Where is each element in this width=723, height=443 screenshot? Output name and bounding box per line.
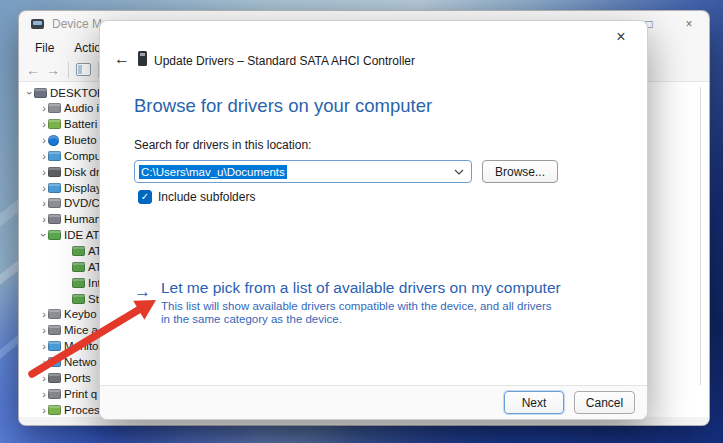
driver-device-icon xyxy=(138,51,147,66)
close-button[interactable]: × xyxy=(669,11,709,37)
tree-item-label: Human xyxy=(64,213,101,225)
chip-icon xyxy=(72,262,85,272)
include-subfolders-label: Include subfolders xyxy=(158,190,255,204)
tree-item-label: DVD/C xyxy=(64,197,100,209)
disk-drive-icon xyxy=(48,167,61,177)
ide-controller-icon xyxy=(48,230,61,240)
mouse-icon xyxy=(48,325,61,335)
keyboard-icon xyxy=(48,309,61,319)
display-adapter-icon xyxy=(48,183,61,193)
update-drivers-dialog: × ← Update Drivers – Standard SATA AHCI … xyxy=(99,20,648,420)
tree-item-label: Monito xyxy=(64,340,99,352)
processor-icon xyxy=(48,405,61,415)
tree-item-label: Blueto xyxy=(64,134,97,146)
back-toolbar-icon[interactable]: ← xyxy=(25,62,41,78)
monitor-icon xyxy=(48,341,61,351)
let-me-pick-description: This list will show available drivers co… xyxy=(161,300,561,326)
tree-item-label: Ports xyxy=(64,372,91,384)
tree-item-label: Print q xyxy=(64,388,97,400)
printer-icon xyxy=(48,389,61,399)
ports-icon xyxy=(48,373,61,383)
location-combobox[interactable]: C:\Users\mav_u\Documents xyxy=(134,160,472,183)
bluetooth-icon xyxy=(48,135,59,146)
let-me-pick-label: Let me pick from a list of available dri… xyxy=(161,279,561,297)
dialog-footer: Next Cancel xyxy=(100,385,647,419)
include-subfolders-checkbox[interactable]: ✓ xyxy=(138,190,152,204)
browse-button[interactable]: Browse... xyxy=(482,160,558,183)
arrow-right-icon: → xyxy=(134,282,151,302)
dialog-title: Update Drivers – Standard SATA AHCI Cont… xyxy=(154,54,415,68)
dialog-back-icon[interactable]: ← xyxy=(108,47,136,71)
console-tree-toolbar-icon[interactable] xyxy=(76,63,91,76)
device-manager-app-icon xyxy=(31,19,44,29)
tree-item-label: Compu xyxy=(64,150,101,162)
tree-item-label: DESKTOP xyxy=(50,87,105,99)
computer-monitor-icon xyxy=(48,151,61,161)
search-location-label: Search for drivers in this location: xyxy=(134,138,311,152)
tree-item-label: IDE AT xyxy=(64,229,100,241)
chip-icon xyxy=(72,294,85,304)
chip-icon xyxy=(72,246,85,256)
network-adapter-icon xyxy=(48,357,61,367)
tree-item-label: Netwo xyxy=(64,356,97,368)
speaker-icon xyxy=(48,103,61,113)
chevron-down-icon xyxy=(454,169,464,175)
computer-icon xyxy=(34,88,47,98)
menu-file[interactable]: File xyxy=(27,39,62,57)
cancel-button[interactable]: Cancel xyxy=(574,391,635,414)
tree-item-label: Disk dr xyxy=(64,166,100,178)
hid-icon xyxy=(48,214,61,224)
battery-icon xyxy=(48,119,61,129)
content-divider xyxy=(700,87,701,385)
next-button[interactable]: Next xyxy=(504,391,564,414)
forward-toolbar-icon[interactable]: → xyxy=(45,62,61,78)
chip-icon xyxy=(72,278,85,288)
dialog-heading: Browse for drivers on your computer xyxy=(134,95,432,117)
tree-item-label: Audio i xyxy=(64,102,99,114)
toolbar-separator xyxy=(68,62,69,78)
dialog-close-icon[interactable]: × xyxy=(607,25,635,49)
dvd-drive-icon xyxy=(48,198,61,208)
tree-item-label: Keybo xyxy=(64,308,97,320)
tree-item-label: Mice a xyxy=(64,324,98,336)
location-value: C:\Users\mav_u\Documents xyxy=(139,165,287,179)
tree-item-label: Batteri xyxy=(64,118,97,130)
tree-item-label: Proces xyxy=(64,404,100,416)
tree-item-label: Display xyxy=(64,182,102,194)
